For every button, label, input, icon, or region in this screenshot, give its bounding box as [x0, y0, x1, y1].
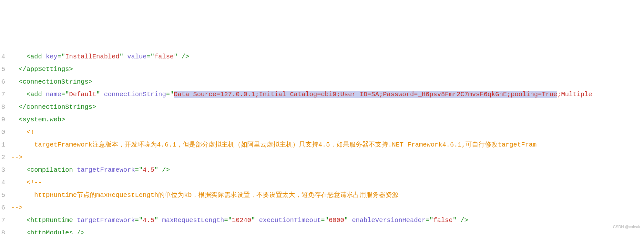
ln: 0 — [1, 128, 5, 136]
ln: 7 — [1, 91, 5, 98]
code-line: <compilation targetFramework="4.5" /> — [11, 166, 170, 174]
code-line: <!-- — [11, 128, 42, 136]
code-body[interactable]: <add key="InstallEnabled" value="false" … — [11, 50, 644, 234]
ln: 5 — [1, 66, 5, 73]
code-line: </connectionStrings> — [11, 103, 96, 111]
code-line: httpRuntime节点的maxRequestLength的单位为kb，根据实… — [11, 191, 398, 199]
code-line: --> — [11, 204, 23, 211]
ln: 7 — [1, 217, 5, 224]
code-line: --> — [11, 154, 23, 161]
ln: 4 — [1, 53, 5, 60]
code-line: <connectionStrings> — [11, 78, 92, 86]
ln: 8 — [1, 229, 5, 234]
ln: 1 — [1, 141, 5, 148]
code-line: <httpRuntime targetFramework="4.5" maxRe… — [11, 217, 468, 224]
code-line: <add name="Default" connectionString="Da… — [11, 91, 592, 98]
ln: 8 — [1, 103, 5, 111]
ln: 4 — [1, 179, 5, 186]
connection-string-highlight: Data Source=127.0.0.1;Initial Catalog=cb… — [174, 91, 557, 98]
code-line: </appSettings> — [11, 66, 73, 73]
watermark: CSDN @coleak — [613, 223, 640, 231]
ln: 3 — [1, 166, 5, 174]
ln: 5 — [1, 191, 5, 199]
code-line: <!-- — [11, 179, 42, 186]
code-editor: 4 5 6 7 8 9 0 1 2 3 4 5 6 7 8 9 0 1 <add… — [0, 50, 644, 234]
ln: 6 — [1, 78, 5, 86]
line-gutter: 4 5 6 7 8 9 0 1 2 3 4 5 6 7 8 9 0 1 — [0, 50, 11, 234]
ln: 9 — [1, 116, 5, 123]
ln: 2 — [1, 154, 5, 161]
code-line: <httpModules /> — [11, 229, 85, 234]
code-line: targetFramework注意版本，开发环境为4.6.1，但是部分虚拟主机（… — [11, 141, 537, 148]
ln: 6 — [1, 204, 5, 211]
code-line: <add key="InstallEnabled" value="false" … — [11, 53, 189, 60]
code-line: <system.web> — [11, 116, 65, 123]
